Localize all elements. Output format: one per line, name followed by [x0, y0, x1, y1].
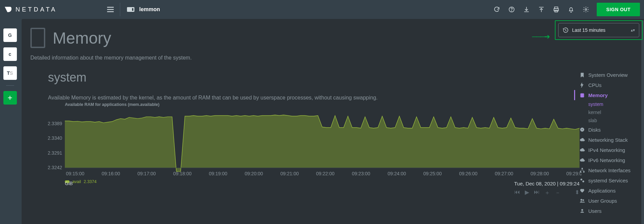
download-icon — [523, 6, 530, 13]
nav-item-memory[interactable]: Memory — [577, 90, 643, 100]
svg-point-36 — [582, 209, 583, 211]
section-description: Available Memory is estimated by the ker… — [48, 95, 453, 101]
legend-value: 2.3374 — [84, 179, 97, 184]
svg-text:09:28:00: 09:28:00 — [531, 171, 549, 176]
nav-sub-system[interactable]: system — [577, 100, 643, 108]
bell-icon — [568, 6, 574, 13]
sitemap-icon — [579, 167, 585, 173]
nav-item-cpus[interactable]: CPUs — [577, 80, 643, 90]
nav-item-network-interfaces[interactable]: Network Interfaces — [577, 165, 643, 175]
user-icon — [579, 208, 585, 214]
brand-text: NETDATA — [16, 6, 57, 13]
rail-btn-ts[interactable]: TS — [3, 66, 17, 80]
refresh-icon — [493, 6, 500, 13]
chart-title: Available RAM for applications (mem.avai… — [48, 102, 582, 107]
rail-btn-c[interactable]: c — [3, 47, 17, 61]
nav-item-ipv4-networking[interactable]: IPv4 Networking — [577, 145, 643, 155]
chart-forward-icon[interactable]: ⏭ — [534, 189, 540, 197]
divider — [120, 3, 120, 16]
node-selector[interactable]: lemmon — [127, 6, 160, 13]
chart-available-ram: Available RAM for applications (mem.avai… — [48, 102, 582, 194]
svg-text:09:20:00: 09:20:00 — [244, 171, 263, 176]
timepicker-highlight: Last 15 minutes ▴▾ — [555, 20, 643, 40]
chart-rewind-icon[interactable]: ⏮ — [514, 189, 520, 197]
timepicker[interactable]: Last 15 minutes ▴▾ — [558, 23, 639, 37]
svg-text:09:24:00: 09:24:00 — [388, 171, 406, 176]
chart-unit: GiB — [65, 181, 73, 186]
svg-text:2.3340: 2.3340 — [48, 135, 62, 141]
refresh-button[interactable] — [489, 0, 504, 19]
help-button[interactable] — [504, 0, 519, 19]
print-button[interactable] — [549, 0, 564, 19]
svg-point-1 — [512, 11, 512, 11]
svg-text:09:17:00: 09:17:00 — [137, 171, 156, 176]
content-area: Memory Detailed information about the me… — [22, 19, 644, 194]
print-icon — [553, 6, 560, 13]
menu-icon — [106, 5, 115, 14]
svg-rect-26 — [581, 93, 584, 97]
svg-point-32 — [581, 179, 582, 180]
nav-item-system-overview[interactable]: System Overview — [577, 70, 643, 80]
svg-point-33 — [583, 181, 584, 182]
bookmark-icon — [579, 72, 585, 77]
chart-play-icon[interactable]: ▶ — [525, 189, 529, 197]
chart-timestamp: Tue, Dec 08, 2020 | 09:29:24 — [514, 181, 579, 186]
nav-item-disks[interactable]: Disks — [577, 125, 643, 135]
svg-text:09:19:00: 09:19:00 — [209, 171, 228, 176]
svg-rect-30 — [580, 171, 581, 172]
download-button[interactable] — [519, 0, 534, 19]
signout-button[interactable]: SIGN OUT — [597, 3, 640, 16]
page-subtitle: Detailed information about the memory ma… — [30, 55, 633, 61]
legend-label: avail — [72, 179, 81, 184]
page-title: Memory — [53, 29, 111, 47]
svg-point-28 — [582, 129, 583, 130]
chevron-updown-icon: ▴▾ — [631, 28, 635, 32]
upload-button[interactable] — [534, 0, 549, 19]
svg-point-5 — [585, 9, 587, 10]
settings-button[interactable] — [578, 0, 593, 19]
chart-legend[interactable]: avail 2.3374 — [65, 179, 582, 184]
chart-toolbar: ⏮ ▶ ⏭ ＋ － ⬍ — [514, 189, 579, 197]
svg-text:09:23:00: 09:23:00 — [352, 171, 370, 176]
chart-zoomin-icon[interactable]: ＋ — [544, 189, 550, 197]
upload-icon — [538, 6, 545, 13]
hamburger-menu[interactable] — [101, 0, 120, 19]
alerts-button[interactable] — [564, 0, 578, 19]
nav-item-users[interactable]: Users — [577, 206, 643, 216]
users-icon — [579, 198, 585, 203]
gears-icon — [579, 178, 585, 183]
svg-point-34 — [581, 199, 582, 201]
chart-zoomout-icon[interactable]: － — [555, 189, 561, 197]
svg-text:2.3242: 2.3242 — [48, 165, 62, 170]
svg-point-35 — [583, 199, 584, 201]
nav-item-user-groups[interactable]: User Groups — [577, 196, 643, 206]
left-rail: G c TS + — [0, 19, 20, 224]
memory-icon — [30, 28, 45, 48]
rail-btn-g[interactable]: G — [3, 28, 17, 42]
nav-item-ipv6-networking[interactable]: IPv6 Networking — [577, 155, 643, 165]
svg-text:2.3389: 2.3389 — [48, 121, 62, 126]
nav-sub-slab[interactable]: slab — [577, 116, 643, 125]
plus-icon: + — [7, 93, 12, 103]
disk-icon — [579, 127, 585, 132]
svg-text:09:27:00: 09:27:00 — [495, 171, 513, 176]
cloud-icon — [579, 147, 585, 153]
nav-item-systemd-services[interactable]: systemd Services — [577, 175, 643, 185]
nav-sub-kernel[interactable]: kernel — [577, 108, 643, 116]
svg-text:09:18:00: 09:18:00 — [173, 171, 192, 176]
chart-canvas[interactable]: 2.32422.32912.33402.338909:15:0009:16:00… — [48, 107, 582, 178]
netdata-logo-icon — [4, 5, 12, 14]
nav-item-applications[interactable]: Applications — [577, 185, 643, 196]
rail-separator — [6, 85, 14, 86]
svg-text:09:26:00: 09:26:00 — [459, 171, 478, 176]
help-icon — [508, 6, 515, 13]
svg-rect-31 — [583, 171, 584, 172]
signout-label: SIGN OUT — [606, 7, 630, 12]
bolt-icon — [579, 82, 585, 88]
arrow-annotation: ───➔ — [532, 32, 549, 41]
svg-text:2.3291: 2.3291 — [48, 150, 62, 156]
brand[interactable]: NETDATA — [4, 5, 57, 14]
nav-item-networking-stack[interactable]: Networking Stack — [577, 135, 643, 145]
add-button[interactable]: + — [3, 91, 17, 105]
app-header: NETDATA lemmon SIGN OUT — [0, 0, 644, 19]
